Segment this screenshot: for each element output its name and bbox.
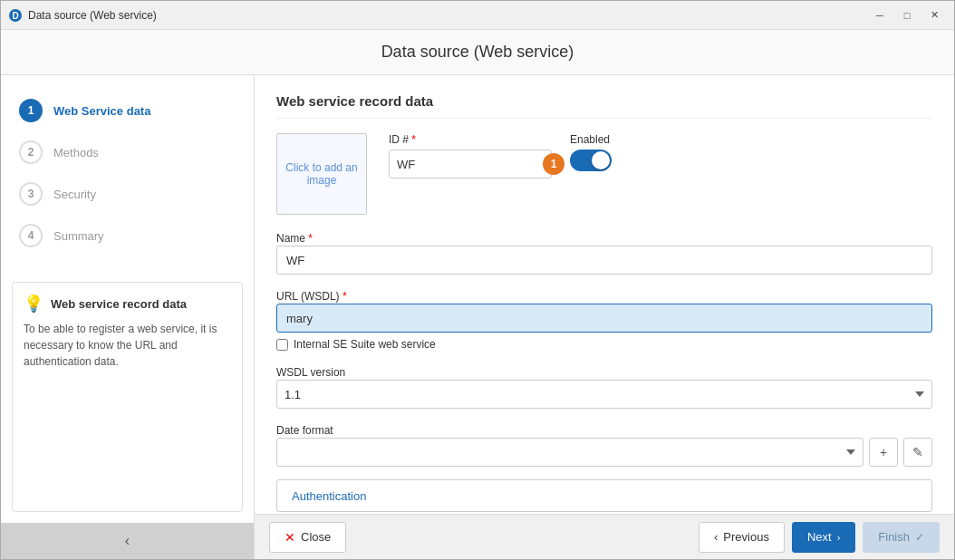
footer-right: ‹ Previous Next › Finish ✓: [699, 522, 940, 553]
sidebar-collapse-button[interactable]: ‹: [1, 523, 254, 559]
date-format-row: + ✎: [276, 438, 932, 467]
internal-checkbox-label[interactable]: Internal SE Suite web service: [294, 338, 436, 351]
chevron-left-prev-icon: ‹: [714, 530, 718, 544]
window-title: Data source (Web service): [14, 43, 941, 62]
top-row: Click to add an image ID # * 1: [276, 133, 932, 215]
sidebar-steps: 1 Web Service data 2 Methods 3 Security: [1, 75, 254, 271]
minimize-button[interactable]: ─: [867, 5, 892, 25]
url-form-row: URL (WSDL) * Internal SE Suite web servi…: [276, 287, 932, 351]
main-content: Web service record data Click to add an …: [255, 75, 954, 559]
date-format-select[interactable]: [276, 438, 863, 467]
image-placeholder[interactable]: Click to add an image: [276, 133, 367, 215]
window-header: Data source (Web service): [1, 30, 954, 75]
next-button[interactable]: Next ›: [792, 522, 855, 553]
url-input[interactable]: [276, 304, 932, 333]
toggle-thumb: [592, 151, 610, 169]
wsdl-select[interactable]: 1.1 2.0: [276, 380, 932, 409]
id-badge: 1: [543, 153, 564, 175]
close-x-icon: ✕: [285, 530, 295, 545]
step-circle-1: 1: [19, 99, 43, 122]
sidebar-info-header: 💡 Web service record data: [24, 294, 231, 314]
maximize-button[interactable]: □: [894, 5, 920, 25]
date-format-label: Date format: [276, 424, 333, 437]
step-circle-3: 3: [19, 182, 43, 206]
sidebar: 1 Web Service data 2 Methods 3 Security: [1, 75, 255, 559]
id-input-wrapper: 1: [389, 150, 552, 179]
name-form-row: Name *: [276, 229, 932, 275]
step-circle-2: 2: [19, 140, 43, 164]
sidebar-item-summary[interactable]: 4 Summary: [1, 215, 254, 256]
url-required-mark: *: [342, 290, 347, 303]
date-format-add-button[interactable]: +: [869, 438, 898, 467]
bulb-icon: 💡: [24, 294, 43, 314]
step-label-2: Methods: [53, 146, 99, 159]
enabled-toggle[interactable]: [570, 150, 612, 171]
finish-button[interactable]: Finish ✓: [863, 522, 940, 553]
step-label-3: Security: [53, 188, 96, 201]
footer-left: ✕ Close: [269, 522, 346, 553]
sidebar-info: 💡 Web service record data To be able to …: [12, 282, 243, 512]
internal-checkbox-row: Internal SE Suite web service: [276, 338, 932, 351]
sidebar-info-text: To be able to register a web service, it…: [24, 321, 231, 370]
title-bar-text: Data source (Web service): [28, 9, 867, 22]
sidebar-info-title: Web service record data: [51, 297, 187, 311]
step-circle-4: 4: [19, 224, 43, 247]
name-required-mark: *: [308, 232, 313, 245]
main-footer: ✕ Close ‹ Previous Next › Finish: [255, 514, 954, 559]
id-required-mark: *: [411, 133, 416, 146]
date-format-form-row: Date format + ✎: [276, 421, 932, 467]
section-title: Web service record data: [276, 93, 932, 119]
url-label: URL (WSDL) *: [276, 290, 347, 303]
id-enabled-group: ID # * 1 Enabled: [389, 133, 612, 179]
enabled-label: Enabled: [570, 133, 612, 146]
main-scroll: Web service record data Click to add an …: [255, 75, 954, 514]
id-input[interactable]: [389, 150, 552, 179]
date-format-edit-button[interactable]: ✎: [903, 438, 932, 467]
internal-checkbox[interactable]: [276, 339, 288, 351]
wsdl-form-row: WSDL version 1.1 2.0: [276, 363, 932, 409]
id-form-group: ID # * 1: [389, 133, 552, 179]
close-button[interactable]: ✕ Close: [269, 522, 346, 553]
sidebar-item-security[interactable]: 3 Security: [1, 173, 254, 215]
title-bar-controls: ─ □ ✕: [867, 5, 947, 25]
title-bar: D Data source (Web service) ─ □ ✕: [1, 1, 954, 30]
name-label: Name *: [276, 232, 313, 245]
authentication-label: Authentication: [288, 489, 370, 503]
id-label: ID # *: [389, 133, 552, 146]
close-window-button[interactable]: ✕: [921, 5, 947, 25]
step-label-1: Web Service data: [53, 104, 150, 118]
sidebar-item-methods[interactable]: 2 Methods: [1, 131, 254, 173]
svg-text:D: D: [12, 11, 18, 21]
window-icon: D: [8, 8, 23, 23]
chevron-right-next-icon: ›: [837, 532, 841, 543]
step-label-4: Summary: [53, 229, 104, 243]
enabled-group: Enabled: [570, 133, 612, 171]
wsdl-label: WSDL version: [276, 366, 345, 379]
previous-button[interactable]: ‹ Previous: [699, 522, 785, 553]
check-icon: ✓: [915, 531, 924, 544]
name-input[interactable]: [276, 246, 932, 275]
toggle-track: [570, 150, 612, 171]
authentication-section: Authentication: [276, 479, 932, 512]
window: D Data source (Web service) ─ □ ✕ Data s…: [0, 0, 955, 560]
window-body: 1 Web Service data 2 Methods 3 Security: [1, 75, 954, 559]
chevron-left-icon: ‹: [125, 533, 130, 549]
sidebar-item-web-service-data[interactable]: 1 Web Service data: [1, 90, 254, 131]
